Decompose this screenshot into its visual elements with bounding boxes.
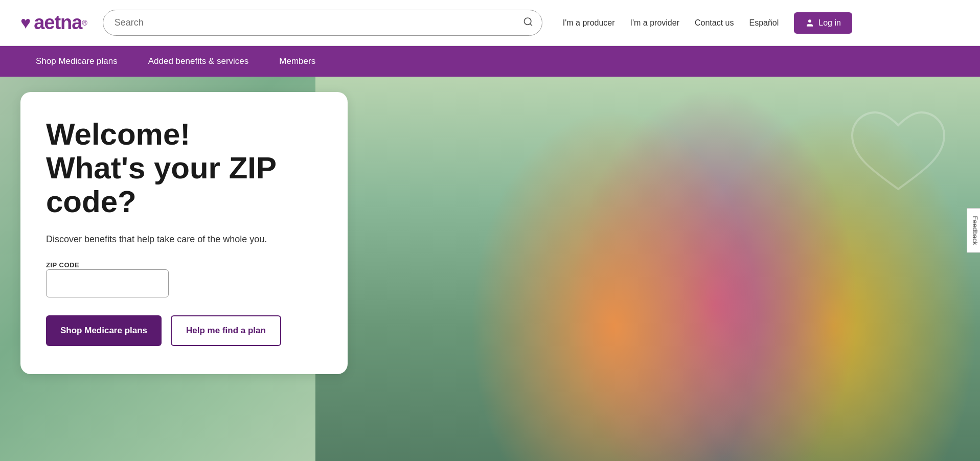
nav-shop-medicare[interactable]: Shop Medicare plans xyxy=(20,46,133,77)
hero-image xyxy=(315,77,980,461)
search-input[interactable] xyxy=(103,10,542,36)
hero-section: Welcome! What's your ZIP code? Discover … xyxy=(0,77,980,461)
logo[interactable]: ♥ aetna® xyxy=(20,12,87,34)
main-nav: Shop Medicare plans Added benefits & ser… xyxy=(0,46,980,77)
user-icon xyxy=(805,18,814,28)
header: ♥ aetna® I'm a producer I'm a provider C… xyxy=(0,0,980,46)
zip-input[interactable] xyxy=(46,269,169,297)
producer-link[interactable]: I'm a producer xyxy=(563,18,615,28)
hero-heading: Welcome! What's your ZIP code? xyxy=(46,118,322,219)
shop-medicare-button[interactable]: Shop Medicare plans xyxy=(46,315,162,346)
heart-decoration xyxy=(847,102,949,204)
cta-buttons: Shop Medicare plans Help me find a plan xyxy=(46,315,322,346)
svg-line-1 xyxy=(530,24,532,26)
search-bar xyxy=(103,10,542,36)
logo-text: aetna xyxy=(34,12,82,34)
nav-added-benefits[interactable]: Added benefits & services xyxy=(133,46,264,77)
contact-link[interactable]: Contact us xyxy=(695,18,734,28)
find-plan-button[interactable]: Help me find a plan xyxy=(171,315,281,346)
nav-members[interactable]: Members xyxy=(264,46,331,77)
provider-link[interactable]: I'm a provider xyxy=(630,18,679,28)
logo-heart-icon: ♥ xyxy=(20,13,31,33)
hero-description: Discover benefits that help take care of… xyxy=(46,234,322,245)
espanol-link[interactable]: Español xyxy=(749,18,779,28)
search-icon[interactable] xyxy=(523,16,533,29)
logo-trademark: ® xyxy=(82,19,87,27)
zip-card: Welcome! What's your ZIP code? Discover … xyxy=(20,92,348,374)
feedback-tab[interactable]: Feedback xyxy=(967,208,980,252)
zip-label: ZIP CODE xyxy=(46,261,79,269)
svg-point-2 xyxy=(808,19,811,22)
header-nav: I'm a producer I'm a provider Contact us… xyxy=(563,12,852,34)
login-button[interactable]: Log in xyxy=(794,12,852,34)
